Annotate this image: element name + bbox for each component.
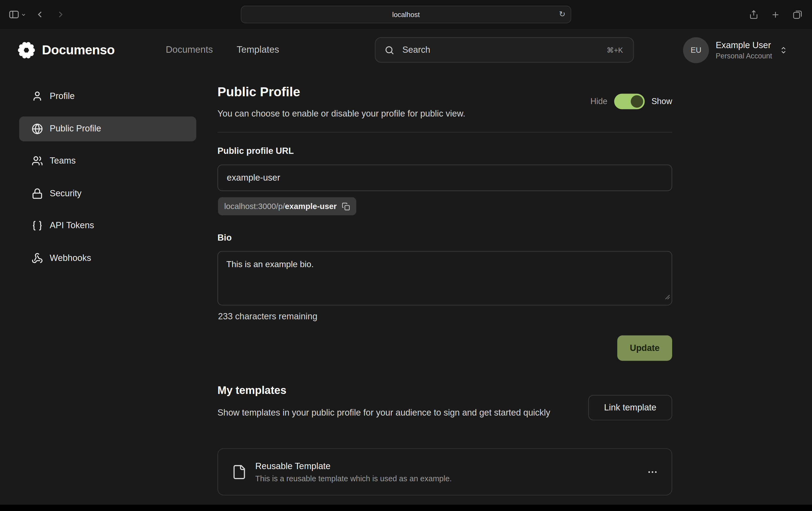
brand[interactable]: Documenso: [17, 29, 115, 71]
toggle-knob-icon: [631, 95, 643, 108]
browser-toolbar: localhost ↻: [0, 0, 812, 29]
template-card: Reusable Template This is a reusable tem…: [218, 448, 672, 495]
chevrons-up-down-icon: [779, 46, 788, 54]
user-info: Example User Personal Account: [716, 40, 772, 60]
share-icon[interactable]: [749, 9, 758, 20]
bio-field-label: Bio: [218, 233, 232, 243]
nav-templates[interactable]: Templates: [237, 44, 279, 55]
page-title: Public Profile: [218, 84, 300, 99]
sidebar-item-api-tokens[interactable]: API Tokens: [19, 213, 196, 238]
my-templates-description: Show templates in your public profile fo…: [218, 406, 580, 420]
profile-visibility-control: Hide Show: [590, 94, 672, 109]
new-tab-icon[interactable]: [771, 9, 780, 19]
sidebar-item-label: Teams: [50, 156, 76, 166]
url-prefix: localhost:3000/p/: [224, 202, 285, 211]
more-options-icon[interactable]: [647, 466, 658, 478]
window-bottom-edge: [0, 505, 812, 511]
sidebar-item-label: Security: [50, 188, 82, 199]
search-input[interactable]: [401, 44, 607, 56]
bio-textarea[interactable]: This is an example bio.: [218, 251, 672, 305]
user-menu[interactable]: EU Example User Personal Account: [683, 29, 788, 71]
globe-icon: [32, 123, 43, 134]
profile-url-input[interactable]: [218, 164, 672, 191]
settings-sidebar: Profile Public Profile Teams Security AP…: [19, 84, 196, 278]
global-search[interactable]: ⌘+K: [375, 37, 634, 63]
lock-icon: [32, 188, 43, 199]
resize-handle-icon[interactable]: [664, 293, 670, 302]
tab-overview-icon[interactable]: [792, 9, 803, 20]
screen: localhost ↻: [0, 0, 812, 511]
documenso-logo-icon: [17, 40, 36, 60]
brand-name: Documenso: [42, 42, 115, 58]
url-field-label: Public profile URL: [218, 146, 294, 156]
address-bar[interactable]: localhost ↻: [241, 6, 571, 23]
profile-visibility-toggle[interactable]: [614, 94, 645, 109]
users-icon: [32, 155, 43, 167]
nav-documents[interactable]: Documents: [166, 44, 213, 55]
browser-actions: [749, 0, 803, 29]
visibility-hide-label: Hide: [590, 97, 608, 106]
visibility-show-label: Show: [651, 97, 672, 106]
sidebar-item-label: Webhooks: [50, 253, 91, 263]
file-icon: [232, 464, 247, 479]
search-icon: [384, 45, 395, 55]
forward-icon[interactable]: [55, 9, 66, 20]
user-icon: [32, 91, 43, 102]
profile-url-copy-button[interactable]: localhost:3000/p/ example-user: [218, 197, 356, 215]
update-button[interactable]: Update: [617, 335, 672, 361]
sidebar-item-profile[interactable]: Profile: [19, 84, 196, 109]
bio-characters-remaining: 233 characters remaining: [218, 312, 317, 322]
braces-icon: [32, 220, 43, 232]
sidebar-item-public-profile[interactable]: Public Profile: [19, 116, 196, 141]
app-header: Documenso Documents Templates ⌘+K EU Exa…: [0, 29, 812, 71]
sidebar-item-label: API Tokens: [50, 221, 94, 231]
browser-nav-controls: [8, 0, 66, 29]
section-divider: [218, 132, 672, 132]
reload-icon[interactable]: ↻: [559, 10, 566, 19]
back-icon[interactable]: [35, 9, 45, 20]
template-name: Reusable Template: [255, 461, 452, 471]
sidebar-item-label: Public Profile: [50, 124, 101, 134]
top-nav: Documents Templates: [166, 29, 279, 71]
sidebar-item-webhooks[interactable]: Webhooks: [19, 245, 196, 270]
link-template-button[interactable]: Link template: [588, 395, 672, 420]
sidebar-item-security[interactable]: Security: [19, 181, 196, 206]
url-text: localhost: [392, 10, 420, 19]
sidebar-toggle-icon[interactable]: [8, 9, 20, 20]
sidebar-item-label: Profile: [50, 91, 75, 101]
sidebar-item-teams[interactable]: Teams: [19, 148, 196, 173]
page-subtitle: You can choose to enable or disable your…: [218, 109, 465, 119]
bio-field: This is an example bio.: [218, 251, 672, 305]
user-account-type: Personal Account: [716, 51, 772, 60]
chevron-down-icon[interactable]: [21, 11, 27, 17]
search-shortcut: ⌘+K: [607, 46, 623, 54]
user-name: Example User: [716, 40, 772, 50]
my-templates-title: My templates: [218, 384, 286, 397]
template-info: Reusable Template This is a reusable tem…: [255, 461, 452, 483]
template-description: This is a reusable template which is use…: [255, 474, 452, 483]
copy-icon[interactable]: [342, 202, 350, 211]
webhook-icon: [32, 252, 43, 264]
avatar: EU: [683, 37, 709, 63]
url-slug: example-user: [285, 202, 337, 211]
avatar-initials: EU: [691, 46, 701, 54]
